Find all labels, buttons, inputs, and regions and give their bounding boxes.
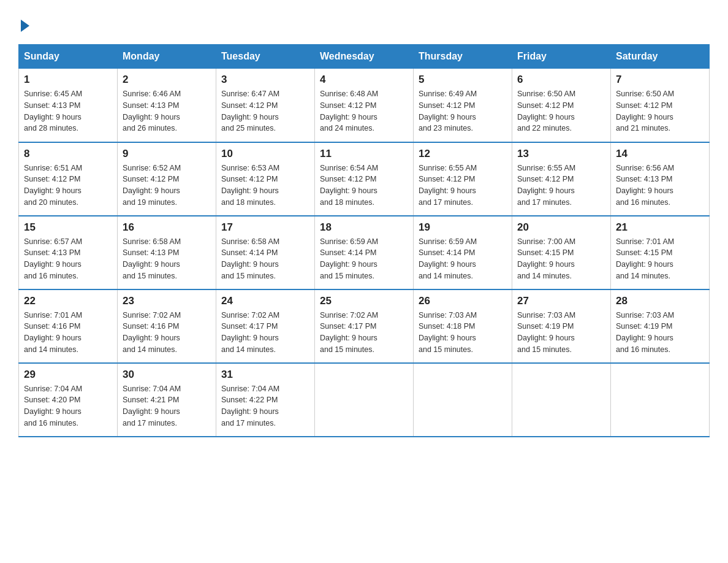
day-info: Sunrise: 7:03 AM Sunset: 4:19 PM Dayligh… xyxy=(517,310,605,356)
calendar-cell: 12 Sunrise: 6:55 AM Sunset: 4:12 PM Dayl… xyxy=(414,142,512,216)
calendar-cell: 3 Sunrise: 6:47 AM Sunset: 4:12 PM Dayli… xyxy=(216,69,315,142)
day-number: 26 xyxy=(419,295,507,307)
day-number: 16 xyxy=(123,221,211,234)
day-number: 3 xyxy=(221,74,309,86)
day-info: Sunrise: 6:55 AM Sunset: 4:12 PM Dayligh… xyxy=(419,163,507,209)
calendar-cell: 22 Sunrise: 7:01 AM Sunset: 4:16 PM Dayl… xyxy=(19,289,118,363)
calendar-cell: 4 Sunrise: 6:48 AM Sunset: 4:12 PM Dayli… xyxy=(315,69,414,142)
day-info: Sunrise: 6:49 AM Sunset: 4:12 PM Dayligh… xyxy=(419,88,507,134)
day-number: 9 xyxy=(123,148,211,160)
day-number: 14 xyxy=(616,148,704,160)
calendar-cell: 20 Sunrise: 7:00 AM Sunset: 4:15 PM Dayl… xyxy=(512,216,611,289)
day-info: Sunrise: 7:02 AM Sunset: 4:17 PM Dayligh… xyxy=(221,310,309,356)
calendar-cell: 5 Sunrise: 6:49 AM Sunset: 4:12 PM Dayli… xyxy=(414,69,512,142)
calendar-cell: 31 Sunrise: 7:04 AM Sunset: 4:22 PM Dayl… xyxy=(216,363,315,437)
day-info: Sunrise: 6:53 AM Sunset: 4:12 PM Dayligh… xyxy=(221,163,309,209)
day-number: 5 xyxy=(419,74,507,86)
day-info: Sunrise: 6:58 AM Sunset: 4:14 PM Dayligh… xyxy=(221,236,309,282)
calendar-cell: 28 Sunrise: 7:03 AM Sunset: 4:19 PM Dayl… xyxy=(611,289,710,363)
day-info: Sunrise: 7:03 AM Sunset: 4:19 PM Dayligh… xyxy=(616,310,704,356)
day-number: 23 xyxy=(123,295,211,307)
calendar-cell: 25 Sunrise: 7:02 AM Sunset: 4:17 PM Dayl… xyxy=(315,289,414,363)
calendar-body: 1 Sunrise: 6:45 AM Sunset: 4:13 PM Dayli… xyxy=(19,69,710,437)
calendar-cell: 30 Sunrise: 7:04 AM Sunset: 4:21 PM Dayl… xyxy=(118,363,216,437)
calendar-week-row: 22 Sunrise: 7:01 AM Sunset: 4:16 PM Dayl… xyxy=(19,289,710,363)
calendar-header-monday: Monday xyxy=(118,45,216,69)
day-info: Sunrise: 6:46 AM Sunset: 4:13 PM Dayligh… xyxy=(123,88,211,134)
day-number: 4 xyxy=(320,74,408,86)
day-number: 29 xyxy=(24,369,112,381)
day-info: Sunrise: 7:00 AM Sunset: 4:15 PM Dayligh… xyxy=(517,236,605,282)
day-info: Sunrise: 6:48 AM Sunset: 4:12 PM Dayligh… xyxy=(320,88,408,134)
calendar-cell: 15 Sunrise: 6:57 AM Sunset: 4:13 PM Dayl… xyxy=(19,216,118,289)
day-info: Sunrise: 6:54 AM Sunset: 4:12 PM Dayligh… xyxy=(320,163,408,209)
calendar-cell: 8 Sunrise: 6:51 AM Sunset: 4:12 PM Dayli… xyxy=(19,142,118,216)
calendar-cell: 14 Sunrise: 6:56 AM Sunset: 4:13 PM Dayl… xyxy=(611,142,710,216)
calendar-cell: 23 Sunrise: 7:02 AM Sunset: 4:16 PM Dayl… xyxy=(118,289,216,363)
calendar-week-row: 8 Sunrise: 6:51 AM Sunset: 4:12 PM Dayli… xyxy=(19,142,710,216)
day-info: Sunrise: 6:57 AM Sunset: 4:13 PM Dayligh… xyxy=(24,236,112,282)
day-info: Sunrise: 6:59 AM Sunset: 4:14 PM Dayligh… xyxy=(419,236,507,282)
day-info: Sunrise: 6:50 AM Sunset: 4:12 PM Dayligh… xyxy=(616,88,704,134)
day-info: Sunrise: 6:51 AM Sunset: 4:12 PM Dayligh… xyxy=(24,163,112,209)
day-number: 12 xyxy=(419,148,507,160)
calendar-header-tuesday: Tuesday xyxy=(216,45,315,69)
calendar-cell: 26 Sunrise: 7:03 AM Sunset: 4:18 PM Dayl… xyxy=(414,289,512,363)
calendar-header-thursday: Thursday xyxy=(414,45,512,69)
calendar-cell: 11 Sunrise: 6:54 AM Sunset: 4:12 PM Dayl… xyxy=(315,142,414,216)
day-number: 24 xyxy=(221,295,309,307)
day-info: Sunrise: 7:01 AM Sunset: 4:16 PM Dayligh… xyxy=(24,310,112,356)
calendar-cell: 9 Sunrise: 6:52 AM Sunset: 4:12 PM Dayli… xyxy=(118,142,216,216)
calendar-header-saturday: Saturday xyxy=(611,45,710,69)
day-number: 17 xyxy=(221,221,309,234)
day-number: 30 xyxy=(123,369,211,381)
calendar-cell: 21 Sunrise: 7:01 AM Sunset: 4:15 PM Dayl… xyxy=(611,216,710,289)
calendar-header-row: SundayMondayTuesdayWednesdayThursdayFrid… xyxy=(19,45,710,69)
day-info: Sunrise: 6:58 AM Sunset: 4:13 PM Dayligh… xyxy=(123,236,211,282)
day-number: 21 xyxy=(616,221,704,234)
day-number: 19 xyxy=(419,221,507,234)
day-info: Sunrise: 7:02 AM Sunset: 4:16 PM Dayligh… xyxy=(123,310,211,356)
day-number: 28 xyxy=(616,295,704,307)
day-number: 8 xyxy=(24,148,112,160)
calendar-cell: 16 Sunrise: 6:58 AM Sunset: 4:13 PM Dayl… xyxy=(118,216,216,289)
day-info: Sunrise: 6:56 AM Sunset: 4:13 PM Dayligh… xyxy=(616,163,704,209)
day-info: Sunrise: 6:47 AM Sunset: 4:12 PM Dayligh… xyxy=(221,88,309,134)
day-number: 13 xyxy=(517,148,605,160)
day-info: Sunrise: 7:04 AM Sunset: 4:22 PM Dayligh… xyxy=(221,383,309,429)
page-header xyxy=(18,18,710,32)
calendar-header-wednesday: Wednesday xyxy=(315,45,414,69)
day-number: 6 xyxy=(517,74,605,86)
calendar-cell: 6 Sunrise: 6:50 AM Sunset: 4:12 PM Dayli… xyxy=(512,69,611,142)
calendar-cell xyxy=(611,363,710,437)
day-info: Sunrise: 6:52 AM Sunset: 4:12 PM Dayligh… xyxy=(123,163,211,209)
calendar-cell: 29 Sunrise: 7:04 AM Sunset: 4:20 PM Dayl… xyxy=(19,363,118,437)
calendar-header-sunday: Sunday xyxy=(19,45,118,69)
day-number: 11 xyxy=(320,148,408,160)
calendar-week-row: 1 Sunrise: 6:45 AM Sunset: 4:13 PM Dayli… xyxy=(19,69,710,142)
calendar-cell: 7 Sunrise: 6:50 AM Sunset: 4:12 PM Dayli… xyxy=(611,69,710,142)
day-info: Sunrise: 7:04 AM Sunset: 4:21 PM Dayligh… xyxy=(123,383,211,429)
calendar-cell: 19 Sunrise: 6:59 AM Sunset: 4:14 PM Dayl… xyxy=(414,216,512,289)
day-number: 15 xyxy=(24,221,112,234)
day-info: Sunrise: 6:50 AM Sunset: 4:12 PM Dayligh… xyxy=(517,88,605,134)
day-number: 2 xyxy=(123,74,211,86)
logo-arrow-icon xyxy=(21,20,29,32)
calendar-cell: 13 Sunrise: 6:55 AM Sunset: 4:12 PM Dayl… xyxy=(512,142,611,216)
calendar-cell: 17 Sunrise: 6:58 AM Sunset: 4:14 PM Dayl… xyxy=(216,216,315,289)
day-number: 31 xyxy=(221,369,309,381)
calendar-cell: 27 Sunrise: 7:03 AM Sunset: 4:19 PM Dayl… xyxy=(512,289,611,363)
day-info: Sunrise: 7:03 AM Sunset: 4:18 PM Dayligh… xyxy=(419,310,507,356)
day-number: 20 xyxy=(517,221,605,234)
day-info: Sunrise: 7:02 AM Sunset: 4:17 PM Dayligh… xyxy=(320,310,408,356)
day-number: 10 xyxy=(221,148,309,160)
calendar-cell: 18 Sunrise: 6:59 AM Sunset: 4:14 PM Dayl… xyxy=(315,216,414,289)
calendar-week-row: 29 Sunrise: 7:04 AM Sunset: 4:20 PM Dayl… xyxy=(19,363,710,437)
day-number: 25 xyxy=(320,295,408,307)
calendar-cell: 2 Sunrise: 6:46 AM Sunset: 4:13 PM Dayli… xyxy=(118,69,216,142)
day-info: Sunrise: 6:59 AM Sunset: 4:14 PM Dayligh… xyxy=(320,236,408,282)
calendar-cell: 1 Sunrise: 6:45 AM Sunset: 4:13 PM Dayli… xyxy=(19,69,118,142)
calendar-cell xyxy=(315,363,414,437)
day-number: 1 xyxy=(24,74,112,86)
day-number: 22 xyxy=(24,295,112,307)
